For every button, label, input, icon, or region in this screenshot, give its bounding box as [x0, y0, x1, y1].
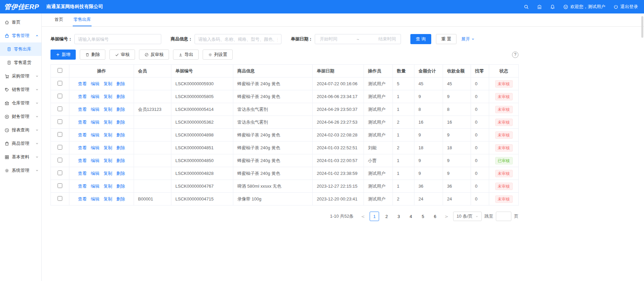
row-action-1[interactable]: 编辑	[91, 196, 100, 201]
row-action-2[interactable]: 复制	[104, 107, 112, 112]
sidebar-item-finance-management[interactable]: 财务管理	[0, 110, 41, 123]
row-checkbox[interactable]	[58, 132, 62, 137]
audit-button[interactable]: 审核	[109, 50, 135, 60]
row-action-0[interactable]: 查看	[78, 94, 87, 99]
sidebar-item-retail-outbound[interactable]: 零售出库	[0, 42, 41, 56]
row-checkbox[interactable]	[58, 145, 62, 150]
row-checkbox[interactable]	[58, 196, 62, 201]
sidebar-item-home[interactable]: 首页	[0, 15, 41, 29]
row-action-1[interactable]: 编辑	[91, 158, 100, 163]
row-checkbox[interactable]	[58, 94, 62, 98]
page-button-2[interactable]: 2	[382, 212, 391, 221]
row-action-2[interactable]: 复制	[104, 196, 112, 201]
page-button-4[interactable]: 4	[406, 212, 415, 221]
row-action-2[interactable]: 复制	[104, 145, 112, 150]
row-action-1[interactable]: 编辑	[91, 132, 100, 137]
row-action-1[interactable]: 编辑	[91, 145, 100, 150]
order-no-input[interactable]	[74, 34, 161, 44]
cell-product: 蜂蜜柚子茶 240g 黄色	[233, 90, 313, 103]
row-action-1[interactable]: 编辑	[91, 171, 100, 176]
row-action-3[interactable]: 删除	[116, 171, 125, 176]
row-checkbox[interactable]	[58, 81, 62, 86]
row-action-0[interactable]: 查看	[78, 184, 87, 189]
cell-date: 2024-02-03 22:08:28	[313, 129, 364, 142]
notification-bell-icon[interactable]	[550, 4, 555, 9]
row-action-0[interactable]: 查看	[78, 120, 87, 125]
row-action-1[interactable]: 编辑	[91, 107, 100, 112]
row-action-1[interactable]: 编辑	[91, 184, 100, 189]
sidebar-item-purchase-management[interactable]: 采购管理	[0, 69, 41, 83]
row-action-0[interactable]: 查看	[78, 132, 87, 137]
reset-button[interactable]: 重 置	[436, 34, 457, 44]
select-all-checkbox[interactable]	[58, 68, 62, 73]
column-settings-button[interactable]: 列设置	[203, 50, 233, 60]
row-action-3[interactable]: 删除	[116, 120, 125, 125]
sidebar-item-retail-return[interactable]: 零售退货	[0, 56, 41, 69]
row-action-3[interactable]: 删除	[116, 132, 125, 137]
row-action-3[interactable]: 删除	[116, 184, 125, 189]
sidebar-item-report-query[interactable]: 报表查询	[0, 123, 41, 137]
row-action-2[interactable]: 复制	[104, 171, 112, 176]
row-checkbox[interactable]	[58, 106, 62, 111]
product-info-input[interactable]	[195, 34, 281, 44]
sidebar-item-system-management[interactable]: 系统管理	[0, 164, 41, 177]
tab-home[interactable]: 首页	[54, 13, 64, 26]
cell-member	[134, 129, 171, 142]
row-action-3[interactable]: 删除	[116, 94, 125, 99]
row-action-2[interactable]: 复制	[104, 184, 112, 189]
row-action-0[interactable]: 查看	[78, 171, 87, 176]
row-action-3[interactable]: 删除	[116, 196, 125, 201]
row-action-1[interactable]: 编辑	[91, 81, 100, 86]
search-button[interactable]: 查 询	[410, 34, 431, 44]
row-action-0[interactable]: 查看	[78, 107, 87, 112]
page-button-1[interactable]: 1	[370, 212, 379, 221]
tab-retail-outbound[interactable]: 零售出库	[73, 13, 92, 26]
logout-button[interactable]: 退出登录	[613, 4, 638, 10]
page-size-select[interactable]: 10 条/页	[453, 212, 482, 221]
row-action-3[interactable]: 删除	[116, 158, 125, 163]
welcome-user[interactable]: 欢迎您，测试用户	[563, 4, 605, 10]
add-button[interactable]: 新增	[50, 50, 76, 60]
row-action-2[interactable]: 复制	[104, 132, 112, 137]
sidebar-item-retail-management[interactable]: 零售管理	[0, 29, 41, 42]
row-action-3[interactable]: 删除	[116, 81, 125, 86]
scrollbar[interactable]	[641, 16, 643, 38]
page-button-3[interactable]: 3	[394, 212, 403, 221]
row-action-1[interactable]: 编辑	[91, 120, 100, 125]
row-action-2[interactable]: 复制	[104, 158, 112, 163]
row-action-0[interactable]: 查看	[78, 196, 87, 201]
delete-button[interactable]: 删除	[80, 50, 105, 60]
date-range-picker[interactable]: 开始时间 ~ 结束时间	[315, 34, 401, 44]
page-button-6[interactable]: 6	[430, 212, 440, 221]
organization-icon[interactable]	[537, 4, 542, 9]
unaudit-button[interactable]: 反审核	[139, 50, 169, 60]
search-icon[interactable]	[524, 4, 529, 9]
row-action-0[interactable]: 查看	[78, 158, 87, 163]
row-action-3[interactable]: 删除	[116, 107, 125, 112]
chevron-down-icon	[35, 169, 39, 172]
page-button-5[interactable]: 5	[418, 212, 428, 221]
row-checkbox[interactable]	[58, 158, 62, 162]
row-action-1[interactable]: 编辑	[91, 94, 100, 99]
row-action-0[interactable]: 查看	[78, 145, 87, 150]
sidebar-item-goods-management[interactable]: 商品管理	[0, 137, 41, 150]
row-action-3[interactable]: 删除	[116, 145, 125, 150]
row-checkbox[interactable]	[58, 170, 62, 175]
row-action-0[interactable]: 查看	[78, 81, 87, 86]
row-checkbox[interactable]	[58, 119, 62, 124]
expand-link[interactable]: 展开	[461, 36, 475, 42]
sidebar-item-warehouse-management[interactable]: 仓库管理	[0, 96, 41, 110]
row-action-2[interactable]: 复制	[104, 94, 112, 99]
sidebar-item-sales-management[interactable]: 销售管理	[0, 83, 41, 96]
sidebar-item-basic-data[interactable]: 基本资料	[0, 150, 41, 164]
row-checkbox[interactable]	[58, 183, 62, 188]
app: 管伊佳ERP 南通某某网络科技有限公司 欢迎您，测试用户	[0, 0, 644, 281]
row-action-2[interactable]: 复制	[104, 81, 112, 86]
export-button[interactable]: 导出	[173, 50, 199, 60]
row-action-2[interactable]: 复制	[104, 120, 112, 125]
sidebar-item-label: 基本资料	[12, 154, 29, 160]
prev-page-button[interactable]: <	[359, 212, 367, 221]
help-icon[interactable]: ?	[512, 52, 518, 58]
jump-page-input[interactable]	[496, 212, 511, 221]
next-page-button[interactable]: >	[442, 212, 450, 221]
